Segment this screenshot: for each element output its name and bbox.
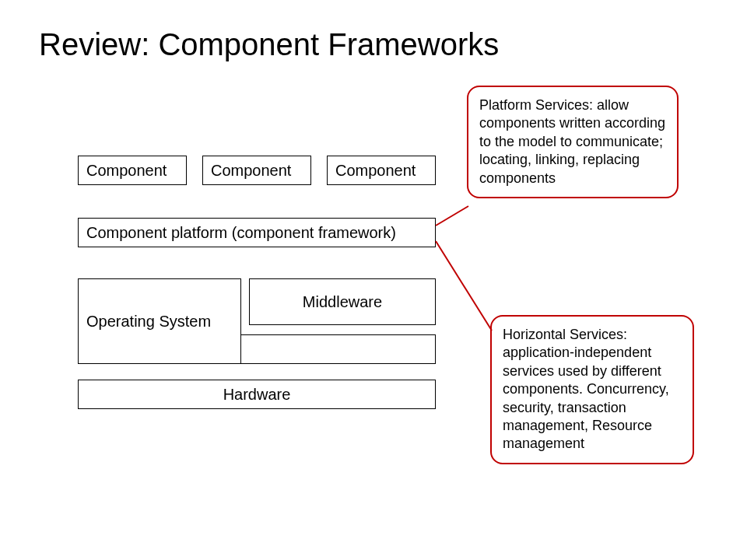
svg-line-1 bbox=[436, 241, 492, 331]
callout-platform-services: Platform Services: allow components writ… bbox=[467, 86, 679, 198]
callout-horizontal-services: Horizontal Services: application-indepen… bbox=[490, 315, 694, 464]
box-hardware: Hardware bbox=[78, 380, 436, 409]
box-operating-system: Operating System bbox=[78, 278, 241, 364]
box-component-2: Component bbox=[202, 156, 311, 185]
box-component-3: Component bbox=[327, 156, 436, 185]
slide-title: Review: Component Frameworks bbox=[39, 27, 499, 62]
box-component-1: Component bbox=[78, 156, 187, 185]
svg-line-0 bbox=[436, 206, 468, 226]
box-middleware: Middleware bbox=[249, 278, 436, 325]
box-component-platform: Component platform (component framework) bbox=[78, 218, 436, 247]
